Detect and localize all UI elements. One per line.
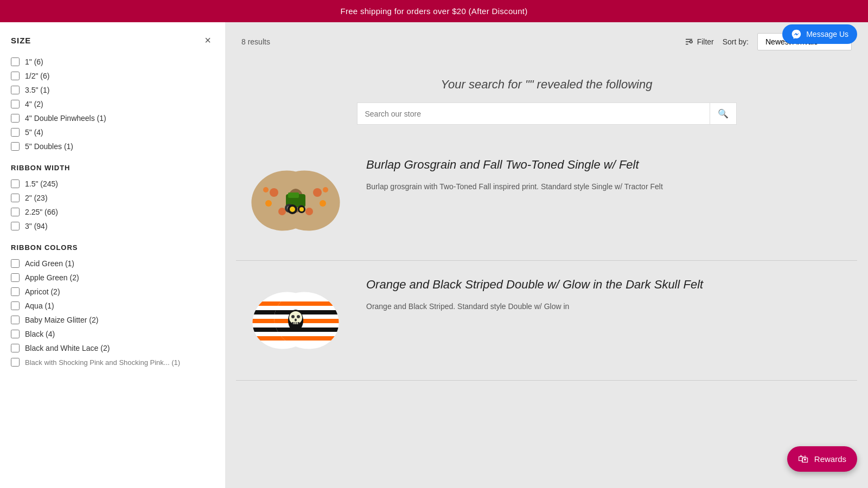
filter-label-size-5[interactable]: 5" (4) [25, 128, 43, 137]
search-bar: 🔍 [357, 102, 737, 125]
filter-item-baby-maize-glitter: Baby Maize Glitter (2) [11, 316, 214, 324]
product-desc-1: Burlap grosgrain with Two-Toned Fall ins… [366, 181, 852, 192]
filter-label-rw-2[interactable]: 2" (23) [25, 194, 48, 202]
filter-checkbox-apple-green[interactable] [11, 273, 20, 282]
filter-checkbox-size-5-doubles[interactable] [11, 142, 20, 151]
filter-button[interactable]: Filter [684, 37, 714, 47]
filter-label-size-1[interactable]: 1" (6) [25, 57, 43, 66]
messenger-icon [791, 29, 802, 40]
svg-rect-36 [269, 319, 344, 323]
svg-point-22 [290, 207, 295, 212]
filter-checkbox-acid-green[interactable] [11, 259, 20, 268]
product-info-1: Burlap Grosgrain and Fall Two-Toned Sing… [366, 152, 852, 192]
product-card-2: Orange and Black Striped Double w/ Glow … [236, 261, 857, 381]
svg-rect-35 [269, 310, 344, 314]
size-filter-section: 1" (6) 1/2" (6) 3.5" (1) 4" (2) 4" Doubl… [11, 57, 214, 151]
filter-checkbox-rw-2-25[interactable] [11, 208, 20, 216]
ribbon-colors-section: RIBBON COLORS Acid Green (1) Apple Green… [11, 243, 214, 367]
filter-checkbox-size-4-double[interactable] [11, 114, 20, 123]
filter-label: Filter [697, 37, 714, 46]
filter-checkbox-aqua[interactable] [11, 301, 20, 310]
filter-label-size-5-doubles[interactable]: 5" Doubles (1) [25, 142, 73, 151]
filter-item-size-5: 5" (4) [11, 128, 214, 137]
svg-rect-37 [269, 328, 344, 332]
search-bar-container: 🔍 [225, 102, 868, 141]
filter-checkbox-black[interactable] [11, 330, 20, 338]
svg-point-6 [270, 188, 278, 197]
product-image-2[interactable] [247, 272, 344, 369]
filter-label-size-half[interactable]: 1/2" (6) [25, 72, 49, 80]
filter-item-size-5-doubles: 5" Doubles (1) [11, 142, 214, 151]
filter-checkbox-size-4[interactable] [11, 100, 20, 108]
filter-label-black-shocking-pink[interactable]: Black with Shocking Pink and Shocking Pi… [25, 358, 180, 367]
filter-icon [684, 37, 694, 47]
filter-label-acid-green[interactable]: Acid Green (1) [25, 259, 74, 268]
svg-point-24 [299, 207, 304, 211]
svg-point-12 [305, 208, 313, 215]
filter-checkbox-black-white-lace[interactable] [11, 344, 20, 352]
product-list: Burlap Grosgrain and Fall Two-Toned Sing… [225, 141, 868, 381]
product-card-1: Burlap Grosgrain and Fall Two-Toned Sing… [236, 141, 857, 261]
filter-checkbox-rw-1-5[interactable] [11, 179, 20, 188]
filter-item-black: Black (4) [11, 330, 214, 338]
svg-point-9 [263, 187, 269, 192]
search-button[interactable]: 🔍 [710, 103, 736, 124]
filter-label-size-4[interactable]: 4" (2) [25, 100, 43, 108]
filter-label-size-3-5[interactable]: 3.5" (1) [25, 86, 49, 94]
search-message: Your search for "" revealed the followin… [225, 61, 868, 102]
rewards-button[interactable]: 🛍 Rewards [787, 446, 857, 472]
size-filter-title: SIZE [11, 36, 31, 45]
ribbon-colors-title: RIBBON COLORS [11, 243, 214, 252]
filter-label-rw-3[interactable]: 3" (94) [25, 222, 48, 230]
svg-point-42 [297, 315, 300, 318]
top-banner: Free shipping for orders over $20 (After… [0, 0, 868, 22]
message-us-button[interactable]: Message Us [782, 24, 857, 44]
main-content: 8 results Filter Sort by: Newest Arrival… [225, 22, 868, 488]
filter-label-aqua[interactable]: Aqua (1) [25, 301, 54, 310]
filter-label-black-white-lace[interactable]: Black and White Lace (2) [25, 344, 110, 352]
svg-point-43 [295, 319, 297, 322]
filter-item-apple-green: Apple Green (2) [11, 273, 214, 282]
sidebar: SIZE × 1" (6) 1/2" (6) 3.5" (1) 4" (2) [0, 22, 225, 488]
page-layout: SIZE × 1" (6) 1/2" (6) 3.5" (1) 4" (2) [0, 22, 868, 488]
filter-checkbox-black-shocking-pink[interactable] [11, 358, 20, 367]
filter-item-apricot: Apricot (2) [11, 287, 214, 296]
filter-checkbox-rw-3[interactable] [11, 222, 20, 230]
close-sidebar-button[interactable]: × [201, 33, 214, 48]
results-header: 8 results Filter Sort by: Newest Arrival… [225, 22, 868, 61]
filter-item-aqua: Aqua (1) [11, 301, 214, 310]
filter-checkbox-baby-maize-glitter[interactable] [11, 316, 20, 324]
svg-point-7 [265, 200, 272, 207]
product-info-2: Orange and Black Striped Double w/ Glow … [366, 272, 852, 312]
filter-checkbox-rw-2[interactable] [11, 194, 20, 202]
product-image-1[interactable] [247, 152, 344, 249]
filter-label-apricot[interactable]: Apricot (2) [25, 287, 60, 296]
search-input[interactable] [358, 104, 710, 124]
filter-checkbox-size-5[interactable] [11, 128, 20, 137]
rewards-bag-icon: 🛍 [798, 453, 809, 465]
filter-checkbox-size-3-5[interactable] [11, 86, 20, 94]
filter-label-black[interactable]: Black (4) [25, 330, 55, 338]
product-image-area-1 [241, 152, 350, 249]
filter-item-rw-1-5: 1.5" (245) [11, 179, 214, 188]
svg-point-11 [320, 200, 326, 207]
filter-label-rw-2-25[interactable]: 2.25" (66) [25, 208, 58, 216]
svg-point-10 [313, 188, 322, 197]
filter-item-acid-green: Acid Green (1) [11, 259, 214, 268]
filter-checkbox-size-1[interactable] [11, 57, 20, 66]
filter-label-baby-maize-glitter[interactable]: Baby Maize Glitter (2) [25, 316, 98, 324]
filter-item-size-1: 1" (6) [11, 57, 214, 66]
svg-point-8 [278, 208, 286, 215]
filter-label-rw-1-5[interactable]: 1.5" (245) [25, 179, 58, 188]
results-count: 8 results [241, 37, 270, 46]
filter-item-size-half: 1/2" (6) [11, 72, 214, 80]
filter-checkbox-apricot[interactable] [11, 287, 20, 296]
svg-point-3 [690, 41, 692, 43]
filter-checkbox-size-half[interactable] [11, 72, 20, 80]
product-image-area-2 [241, 272, 350, 369]
filter-label-apple-green[interactable]: Apple Green (2) [25, 273, 79, 282]
filter-label-size-4-double[interactable]: 4" Double Pinwheels (1) [25, 114, 106, 123]
product-title-1[interactable]: Burlap Grosgrain and Fall Two-Toned Sing… [366, 157, 852, 173]
filter-item-rw-3: 3" (94) [11, 222, 214, 230]
product-title-2[interactable]: Orange and Black Striped Double w/ Glow … [366, 277, 852, 293]
